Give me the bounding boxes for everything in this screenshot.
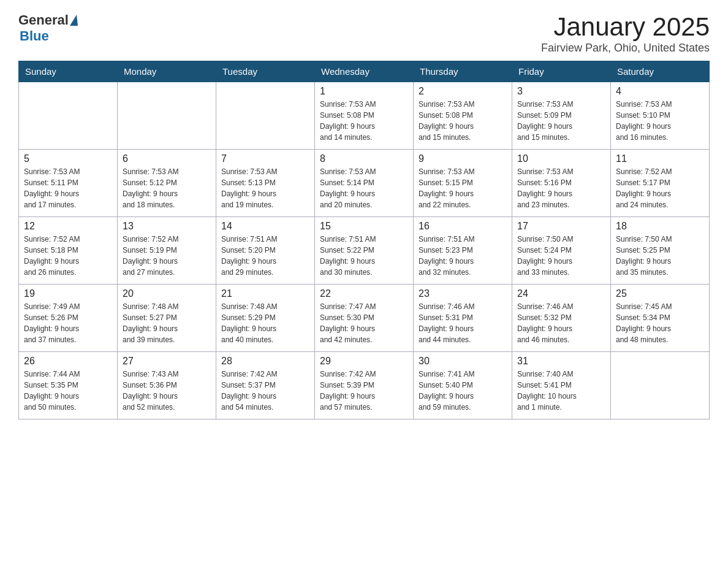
calendar-header-row: SundayMondayTuesdayWednesdayThursdayFrid… — [19, 61, 710, 82]
day-info: Sunrise: 7:53 AM Sunset: 5:15 PM Dayligh… — [419, 166, 507, 210]
header-tuesday: Tuesday — [216, 61, 315, 82]
calendar-cell: 11Sunrise: 7:52 AM Sunset: 5:17 PM Dayli… — [611, 150, 710, 217]
day-info: Sunrise: 7:42 AM Sunset: 5:37 PM Dayligh… — [221, 369, 309, 413]
calendar-cell: 9Sunrise: 7:53 AM Sunset: 5:15 PM Daylig… — [414, 150, 512, 217]
day-info: Sunrise: 7:50 AM Sunset: 5:24 PM Dayligh… — [517, 234, 605, 278]
day-number: 28 — [221, 356, 309, 367]
calendar-cell: 16Sunrise: 7:51 AM Sunset: 5:23 PM Dayli… — [414, 217, 512, 285]
day-number: 10 — [517, 153, 605, 164]
calendar-cell: 3Sunrise: 7:53 AM Sunset: 5:09 PM Daylig… — [512, 82, 611, 150]
calendar-cell — [611, 352, 710, 419]
calendar-cell: 15Sunrise: 7:51 AM Sunset: 5:22 PM Dayli… — [315, 217, 414, 285]
calendar-cell: 27Sunrise: 7:43 AM Sunset: 5:36 PM Dayli… — [118, 352, 216, 419]
calendar-table: SundayMondayTuesdayWednesdayThursdayFrid… — [18, 61, 710, 419]
day-info: Sunrise: 7:44 AM Sunset: 5:35 PM Dayligh… — [24, 369, 112, 413]
day-number: 2 — [419, 86, 507, 97]
day-number: 5 — [24, 153, 112, 164]
day-info: Sunrise: 7:46 AM Sunset: 5:32 PM Dayligh… — [517, 301, 605, 345]
logo-general-text: General — [18, 12, 69, 28]
day-info: Sunrise: 7:41 AM Sunset: 5:40 PM Dayligh… — [419, 369, 507, 413]
day-info: Sunrise: 7:53 AM Sunset: 5:10 PM Dayligh… — [616, 99, 704, 143]
day-number: 22 — [320, 288, 408, 299]
day-number: 29 — [320, 356, 408, 367]
day-info: Sunrise: 7:48 AM Sunset: 5:29 PM Dayligh… — [221, 301, 309, 345]
calendar-cell: 17Sunrise: 7:50 AM Sunset: 5:24 PM Dayli… — [512, 217, 611, 285]
calendar-cell: 29Sunrise: 7:42 AM Sunset: 5:39 PM Dayli… — [315, 352, 414, 419]
calendar-cell: 14Sunrise: 7:51 AM Sunset: 5:20 PM Dayli… — [216, 217, 315, 285]
day-number: 4 — [616, 86, 704, 97]
day-number: 24 — [517, 288, 605, 299]
day-info: Sunrise: 7:45 AM Sunset: 5:34 PM Dayligh… — [616, 301, 704, 345]
day-info: Sunrise: 7:51 AM Sunset: 5:20 PM Dayligh… — [221, 234, 309, 278]
day-number: 1 — [320, 86, 408, 97]
day-number: 21 — [221, 288, 309, 299]
calendar-cell: 2Sunrise: 7:53 AM Sunset: 5:08 PM Daylig… — [414, 82, 512, 150]
day-number: 25 — [616, 288, 704, 299]
day-number: 19 — [24, 288, 112, 299]
day-number: 9 — [419, 153, 507, 164]
calendar-cell: 25Sunrise: 7:45 AM Sunset: 5:34 PM Dayli… — [611, 285, 710, 352]
day-number: 18 — [616, 221, 704, 232]
day-info: Sunrise: 7:53 AM Sunset: 5:12 PM Dayligh… — [123, 166, 211, 210]
day-info: Sunrise: 7:42 AM Sunset: 5:39 PM Dayligh… — [320, 369, 408, 413]
calendar-cell — [118, 82, 216, 150]
day-number: 16 — [419, 221, 507, 232]
day-info: Sunrise: 7:43 AM Sunset: 5:36 PM Dayligh… — [123, 369, 211, 413]
calendar-cell: 12Sunrise: 7:52 AM Sunset: 5:18 PM Dayli… — [19, 217, 118, 285]
day-number: 6 — [123, 153, 211, 164]
title-section: January 2025 Fairview Park, Ohio, United… — [541, 12, 710, 55]
day-info: Sunrise: 7:53 AM Sunset: 5:11 PM Dayligh… — [24, 166, 112, 210]
calendar-cell: 8Sunrise: 7:53 AM Sunset: 5:14 PM Daylig… — [315, 150, 414, 217]
calendar-cell: 13Sunrise: 7:52 AM Sunset: 5:19 PM Dayli… — [118, 217, 216, 285]
page-header: General Blue January 2025 Fairview Park,… — [18, 12, 710, 55]
day-number: 26 — [24, 356, 112, 367]
day-info: Sunrise: 7:52 AM Sunset: 5:18 PM Dayligh… — [24, 234, 112, 278]
day-number: 14 — [221, 221, 309, 232]
calendar-cell: 4Sunrise: 7:53 AM Sunset: 5:10 PM Daylig… — [611, 82, 710, 150]
calendar-cell: 10Sunrise: 7:53 AM Sunset: 5:16 PM Dayli… — [512, 150, 611, 217]
week-row-4: 19Sunrise: 7:49 AM Sunset: 5:26 PM Dayli… — [19, 285, 710, 352]
calendar-cell: 30Sunrise: 7:41 AM Sunset: 5:40 PM Dayli… — [414, 352, 512, 419]
calendar-cell: 20Sunrise: 7:48 AM Sunset: 5:27 PM Dayli… — [118, 285, 216, 352]
calendar-cell: 22Sunrise: 7:47 AM Sunset: 5:30 PM Dayli… — [315, 285, 414, 352]
header-thursday: Thursday — [414, 61, 512, 82]
calendar-cell: 1Sunrise: 7:53 AM Sunset: 5:08 PM Daylig… — [315, 82, 414, 150]
header-sunday: Sunday — [19, 61, 118, 82]
calendar-cell: 19Sunrise: 7:49 AM Sunset: 5:26 PM Dayli… — [19, 285, 118, 352]
calendar-cell: 28Sunrise: 7:42 AM Sunset: 5:37 PM Dayli… — [216, 352, 315, 419]
day-number: 3 — [517, 86, 605, 97]
day-info: Sunrise: 7:50 AM Sunset: 5:25 PM Dayligh… — [616, 234, 704, 278]
calendar-cell: 24Sunrise: 7:46 AM Sunset: 5:32 PM Dayli… — [512, 285, 611, 352]
header-wednesday: Wednesday — [315, 61, 414, 82]
header-monday: Monday — [118, 61, 216, 82]
week-row-1: 1Sunrise: 7:53 AM Sunset: 5:08 PM Daylig… — [19, 82, 710, 150]
day-number: 7 — [221, 153, 309, 164]
calendar-cell — [216, 82, 315, 150]
day-number: 31 — [517, 356, 605, 367]
logo: General Blue — [18, 12, 78, 44]
header-friday: Friday — [512, 61, 611, 82]
day-info: Sunrise: 7:53 AM Sunset: 5:09 PM Dayligh… — [517, 99, 605, 143]
day-info: Sunrise: 7:51 AM Sunset: 5:23 PM Dayligh… — [419, 234, 507, 278]
calendar-cell: 31Sunrise: 7:40 AM Sunset: 5:41 PM Dayli… — [512, 352, 611, 419]
logo-triangle-icon — [70, 15, 78, 26]
week-row-2: 5Sunrise: 7:53 AM Sunset: 5:11 PM Daylig… — [19, 150, 710, 217]
day-info: Sunrise: 7:46 AM Sunset: 5:31 PM Dayligh… — [419, 301, 507, 345]
day-number: 27 — [123, 356, 211, 367]
day-number: 23 — [419, 288, 507, 299]
day-number: 20 — [123, 288, 211, 299]
day-number: 8 — [320, 153, 408, 164]
day-info: Sunrise: 7:48 AM Sunset: 5:27 PM Dayligh… — [123, 301, 211, 345]
day-info: Sunrise: 7:53 AM Sunset: 5:13 PM Dayligh… — [221, 166, 309, 210]
day-info: Sunrise: 7:53 AM Sunset: 5:14 PM Dayligh… — [320, 166, 408, 210]
day-info: Sunrise: 7:47 AM Sunset: 5:30 PM Dayligh… — [320, 301, 408, 345]
week-row-3: 12Sunrise: 7:52 AM Sunset: 5:18 PM Dayli… — [19, 217, 710, 285]
day-number: 11 — [616, 153, 704, 164]
calendar-cell: 21Sunrise: 7:48 AM Sunset: 5:29 PM Dayli… — [216, 285, 315, 352]
calendar-title: January 2025 — [541, 12, 710, 42]
day-number: 17 — [517, 221, 605, 232]
calendar-cell: 5Sunrise: 7:53 AM Sunset: 5:11 PM Daylig… — [19, 150, 118, 217]
day-info: Sunrise: 7:52 AM Sunset: 5:19 PM Dayligh… — [123, 234, 211, 278]
day-number: 12 — [24, 221, 112, 232]
calendar-subtitle: Fairview Park, Ohio, United States — [541, 42, 710, 55]
